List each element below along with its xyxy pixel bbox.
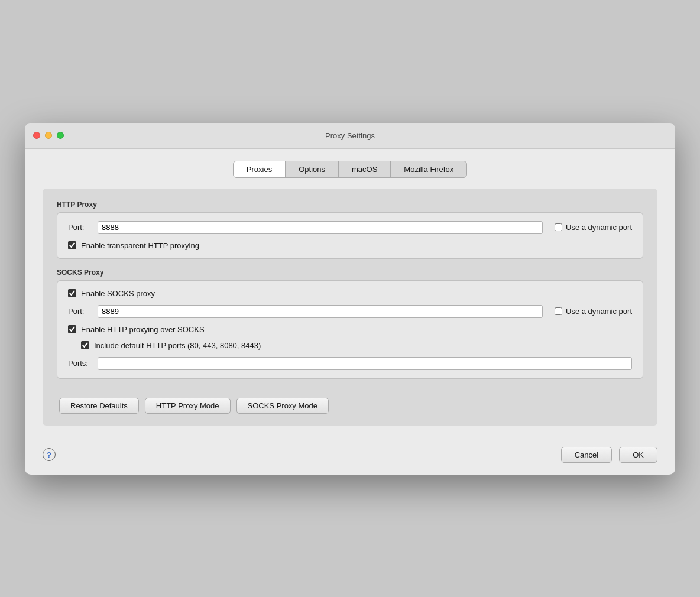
http-proxy-box: Port: Use a dynamic port Enable transpar… — [57, 212, 643, 259]
http-dynamic-port-checkbox[interactable] — [555, 223, 562, 231]
socks-ports-input[interactable] — [98, 357, 632, 370]
socks-port-input[interactable] — [98, 305, 543, 318]
tabs-row: Proxies Options macOS Mozilla Firefox — [43, 161, 657, 178]
socks-enable-label: Enable SOCKS proxy — [81, 289, 155, 298]
window-title: Proxy Settings — [325, 131, 375, 140]
footer-right: Cancel OK — [561, 447, 657, 463]
http-port-input[interactable] — [98, 221, 543, 234]
socks-port-row: Port: Use a dynamic port — [68, 305, 632, 318]
http-dynamic-port-label: Use a dynamic port — [566, 223, 632, 232]
http-over-socks-row: Enable HTTP proxying over SOCKS — [68, 325, 632, 334]
http-proxy-section: HTTP Proxy Port: Use a dynamic port Enab… — [57, 200, 643, 259]
include-default-ports-checkbox[interactable] — [81, 341, 89, 349]
cancel-button[interactable]: Cancel — [561, 447, 612, 463]
tab-macos[interactable]: macOS — [339, 161, 391, 177]
bottom-left-buttons: Restore Defaults HTTP Proxy Mode SOCKS P… — [59, 398, 329, 414]
http-port-row: Port: Use a dynamic port — [68, 221, 632, 234]
http-over-socks-checkbox[interactable] — [68, 325, 76, 333]
http-transparent-label: Enable transparent HTTP proxying — [81, 241, 199, 250]
socks-ports-row: Ports: — [68, 357, 632, 370]
http-proxy-mode-button[interactable]: HTTP Proxy Mode — [145, 398, 231, 414]
socks-dynamic-port-checkbox[interactable] — [555, 307, 562, 315]
include-default-ports-label: Include default HTTP ports (80, 443, 808… — [94, 341, 261, 350]
footer: ? Cancel OK — [25, 437, 675, 475]
socks-enable-checkbox[interactable] — [68, 289, 76, 297]
http-proxy-label: HTTP Proxy — [57, 200, 643, 209]
socks-proxy-label: SOCKS Proxy — [57, 268, 643, 277]
title-bar: Proxy Settings — [25, 123, 675, 149]
bottom-buttons-area: Restore Defaults HTTP Proxy Mode SOCKS P… — [57, 398, 643, 414]
http-over-socks-label: Enable HTTP proxying over SOCKS — [81, 325, 205, 334]
ok-button[interactable]: OK — [619, 447, 657, 463]
maximize-button[interactable] — [57, 132, 64, 139]
socks-dynamic-port-row: Use a dynamic port — [555, 307, 632, 316]
http-transparent-row: Enable transparent HTTP proxying — [68, 241, 632, 250]
socks-port-label: Port: — [68, 307, 92, 316]
tab-proxies[interactable]: Proxies — [234, 161, 286, 177]
window-content: Proxies Options macOS Mozilla Firefox HT… — [25, 149, 675, 437]
tab-mozilla-firefox[interactable]: Mozilla Firefox — [391, 161, 466, 177]
tab-options[interactable]: Options — [286, 161, 339, 177]
socks-proxy-box: Enable SOCKS proxy Port: Use a dynamic p… — [57, 280, 643, 379]
include-default-ports-row: Include default HTTP ports (80, 443, 808… — [81, 341, 632, 350]
tabs-container: Proxies Options macOS Mozilla Firefox — [233, 161, 467, 178]
close-button[interactable] — [33, 132, 40, 139]
socks-proxy-mode-button[interactable]: SOCKS Proxy Mode — [236, 398, 329, 414]
minimize-button[interactable] — [45, 132, 52, 139]
help-button[interactable]: ? — [43, 448, 56, 461]
http-port-label: Port: — [68, 223, 92, 232]
http-transparent-checkbox[interactable] — [68, 241, 76, 249]
http-dynamic-port-row: Use a dynamic port — [555, 223, 632, 232]
socks-dynamic-port-label: Use a dynamic port — [566, 307, 632, 316]
socks-ports-label: Ports: — [68, 359, 92, 368]
socks-enable-row: Enable SOCKS proxy — [68, 289, 632, 298]
main-panel: HTTP Proxy Port: Use a dynamic port Enab… — [43, 189, 657, 426]
socks-proxy-section: SOCKS Proxy Enable SOCKS proxy Port: Use… — [57, 268, 643, 379]
proxy-settings-window: Proxy Settings Proxies Options macOS Moz… — [25, 123, 675, 475]
traffic-lights — [33, 132, 64, 139]
restore-defaults-button[interactable]: Restore Defaults — [59, 398, 139, 414]
